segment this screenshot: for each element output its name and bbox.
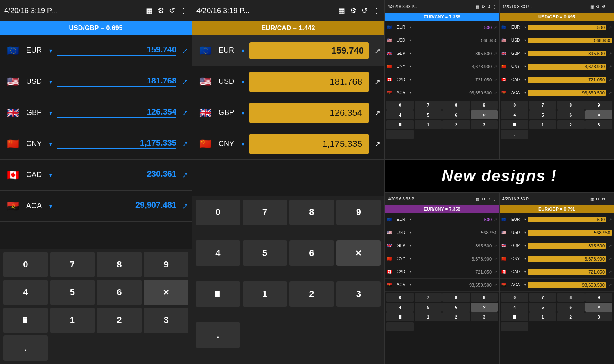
dropdown-aoa-1[interactable]: ▾ <box>49 203 52 209</box>
currency-row-cny-2[interactable]: 🇨🇳 CNY ▾ 1,175.335 ↗ <box>192 128 384 160</box>
mini-layout-icon-tr[interactable]: ▦ <box>590 4 594 9</box>
mini-val-gbp-tl[interactable]: 395.500 <box>413 51 492 56</box>
calc-6-1[interactable]: 6 <box>97 280 142 305</box>
mini-dot-bl[interactable]: . <box>386 322 414 331</box>
mini-row-cny-br[interactable]: 🇨🇳 CNY ▾ 3,678.900 ↗ <box>500 252 614 265</box>
more-icon-1[interactable]: ⋮ <box>180 6 187 15</box>
calc-9-2[interactable]: 9 <box>336 200 381 225</box>
mini-layout-icon-br[interactable]: ▦ <box>590 197 594 201</box>
mini-val-usd-tl[interactable]: 568.950 <box>413 38 497 43</box>
mini-row-usd-tr[interactable]: 🇺🇸 USD ▾ 568.950 <box>500 34 614 47</box>
mini-val-cad-tl[interactable]: 721.050 <box>413 77 492 82</box>
mini-4-br[interactable]: 4 <box>501 303 528 312</box>
mini-row-gbp-tr[interactable]: 🇬🇧 GBP ▾ 395.500 ↗ <box>500 47 614 60</box>
mini-1-tl[interactable]: 1 <box>415 120 442 129</box>
mini-2-tl[interactable]: 2 <box>442 120 470 129</box>
mini-val-aoa-bl[interactable]: 93,650.500 <box>413 283 492 288</box>
mini-more-icon-bl[interactable]: ⋮ <box>492 197 497 201</box>
mini-more-icon-tl[interactable]: ⋮ <box>492 4 497 9</box>
mini-val-cad-bl[interactable]: 721.050 <box>413 270 492 274</box>
calc-4-1[interactable]: 4 <box>3 280 48 305</box>
mini-more-icon-br[interactable]: ⋮ <box>607 197 611 201</box>
value-eur-2[interactable]: 159.740 <box>249 42 369 59</box>
mini-6-bl[interactable]: 6 <box>442 303 470 312</box>
settings-icon-2[interactable]: ⚙ <box>350 6 357 15</box>
calc-7-2[interactable]: 7 <box>243 200 287 225</box>
currency-row-gbp-2[interactable]: 🇬🇧 GBP ▾ 126.354 ↗ <box>192 97 384 128</box>
mini-3-tr[interactable]: 3 <box>585 120 613 129</box>
currency-row-usd-2[interactable]: 🇺🇸 USD ▾ 181.768 ↗ <box>192 66 384 97</box>
mini-2-bl[interactable]: 2 <box>442 312 470 321</box>
mini-5-tl[interactable]: 5 <box>415 110 442 119</box>
mini-1-tr[interactable]: 1 <box>529 120 557 129</box>
mini-val-eur-tl[interactable]: 500 <box>413 25 492 30</box>
mini-row-cny-tr[interactable]: 🇨🇳 CNY ▾ 3,678.900 ↗ <box>500 60 614 73</box>
calc-5-2[interactable]: 5 <box>243 240 287 266</box>
mini-layout-icon-tl[interactable]: ▦ <box>476 4 479 9</box>
refresh-icon-1[interactable]: ↺ <box>169 6 175 15</box>
calc-dot-2[interactable]: . <box>196 322 240 348</box>
mini-4-bl[interactable]: 4 <box>386 303 414 312</box>
mini-more-icon-tr[interactable]: ⋮ <box>607 4 611 9</box>
mini-6-tr[interactable]: 6 <box>557 110 585 119</box>
mini-2-br[interactable]: 2 <box>557 312 585 321</box>
mini-back-tl[interactable]: ✕ <box>471 110 498 119</box>
mini-val-usd-tr[interactable]: 568.950 <box>528 38 612 43</box>
mini-val-aoa-br[interactable]: 93,650.500 <box>528 282 606 288</box>
calc-8-1[interactable]: 8 <box>97 252 142 277</box>
mini-8-tr[interactable]: 8 <box>557 101 585 110</box>
dropdown-gbp-2[interactable]: ▾ <box>242 110 244 116</box>
mini-3-tl[interactable]: 3 <box>471 120 498 129</box>
mini-row-gbp-bl[interactable]: 🇬🇧 GBP ▾ 395.500 ↗ <box>385 239 499 252</box>
mini-row-cny-bl[interactable]: 🇨🇳 CNY ▾ 3,678.900 ↗ <box>385 252 499 265</box>
mini-row-gbp-tl[interactable]: 🇬🇧 GBP ▾ 395.500 ↗ <box>385 47 499 60</box>
mini-settings-icon-bl[interactable]: ⚙ <box>481 197 485 201</box>
dropdown-eur-1[interactable]: ▾ <box>49 47 52 54</box>
value-gbp-1[interactable]: 126.354 <box>57 107 176 118</box>
mini-row-aoa-bl[interactable]: 🇦🇴 AOA ▾ 93,650.500 ↗ <box>385 279 499 292</box>
mini-3-bl[interactable]: 3 <box>471 312 498 321</box>
mini-4-tr[interactable]: 4 <box>501 110 528 119</box>
calc-8-2[interactable]: 8 <box>289 200 334 225</box>
mini-refresh-icon-br[interactable]: ↺ <box>602 197 605 201</box>
mini-val-usd-br[interactable]: 568.950 <box>528 230 612 236</box>
mini-9-bl[interactable]: 9 <box>471 293 498 302</box>
value-cad-1[interactable]: 230.361 <box>57 169 176 180</box>
value-cny-2[interactable]: 1,175.335 <box>249 134 369 154</box>
mini-val-eur-tr[interactable]: 500 <box>528 25 606 30</box>
currency-row-gbp-1[interactable]: 🇬🇧 GBP ▾ 126.354 ↗ <box>0 97 192 128</box>
mini-5-br[interactable]: 5 <box>529 303 557 312</box>
mini-layout-icon-bl[interactable]: ▦ <box>476 197 479 201</box>
currency-row-aoa-1[interactable]: 🇦🇴 AOA ▾ 29,907.481 ↗ <box>0 191 192 222</box>
mini-row-cad-tr[interactable]: 🇨🇦 CAD ▾ 721.050 ↗ <box>500 73 614 86</box>
mini-refresh-icon-bl[interactable]: ↺ <box>487 197 490 201</box>
mini-9-br[interactable]: 9 <box>585 293 613 302</box>
currency-row-eur-2[interactable]: 🇪🇺 EUR ▾ 159.740 ↗ <box>192 35 384 66</box>
calc-6-2[interactable]: 6 <box>289 240 334 266</box>
mini-7-bl[interactable]: 7 <box>415 293 442 302</box>
currency-row-cad-1[interactable]: 🇨🇦 CAD ▾ 230.361 ↗ <box>0 160 192 191</box>
mini-back-bl[interactable]: ✕ <box>471 303 498 312</box>
mini-row-eur-tr[interactable]: 🇪🇺 EUR ▾ 500 ↗ <box>500 21 614 34</box>
mini-back-br[interactable]: ✕ <box>585 303 613 312</box>
mini-9-tl[interactable]: 9 <box>471 101 498 110</box>
mini-val-aoa-tl[interactable]: 93,650.500 <box>413 90 492 95</box>
mini-calc-icon-tl[interactable]: 🖩 <box>386 120 414 129</box>
mini-val-cny-tr[interactable]: 3,678.900 <box>528 64 606 70</box>
calc-5-1[interactable]: 5 <box>50 280 95 305</box>
mini-val-gbp-tr[interactable]: 395.500 <box>528 51 606 56</box>
mini-zero-bl[interactable]: 0 <box>386 293 414 302</box>
currency-row-eur-1[interactable]: 🇪🇺 EUR ▾ 159.740 ↗ <box>0 35 192 66</box>
layout-icon-2[interactable]: ▦ <box>338 6 345 15</box>
mini-4-tl[interactable]: 4 <box>386 110 414 119</box>
mini-dot-br[interactable]: . <box>501 322 528 331</box>
value-gbp-2[interactable]: 126.354 <box>249 103 369 123</box>
mini-row-cad-br[interactable]: 🇨🇦 CAD ▾ 721.050 ↗ <box>500 265 614 279</box>
mini-row-cad-bl[interactable]: 🇨🇦 CAD ▾ 721.050 ↗ <box>385 265 499 279</box>
mini-row-aoa-br[interactable]: 🇦🇴 AOA ▾ 93,650.500 ↗ <box>500 279 614 292</box>
mini-val-eur-br[interactable]: 500 <box>528 217 606 222</box>
mini-6-br[interactable]: 6 <box>557 303 585 312</box>
refresh-icon-2[interactable]: ↺ <box>361 6 368 15</box>
mini-val-cny-br[interactable]: 3,678.900 <box>528 256 606 262</box>
mini-2-tr[interactable]: 2 <box>557 120 585 129</box>
